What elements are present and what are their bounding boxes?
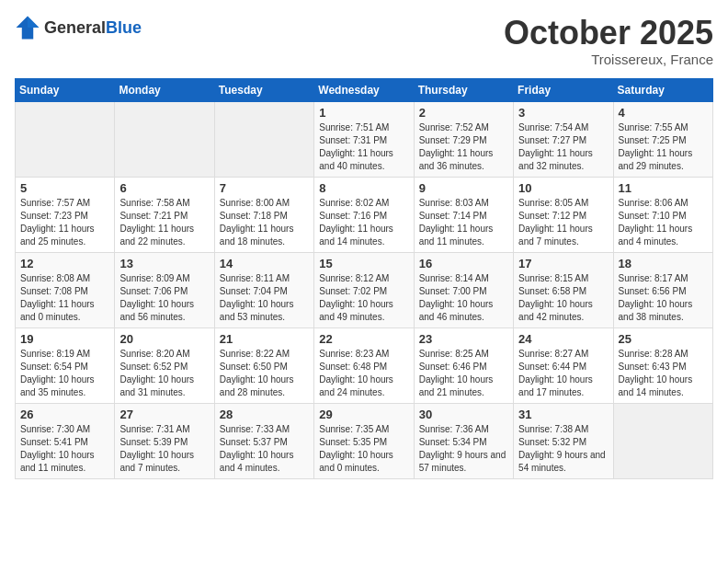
- day-number: 25: [619, 332, 708, 346]
- calendar-day-header: Wednesday: [314, 78, 414, 101]
- day-number: 5: [20, 181, 109, 195]
- day-info: Sunrise: 7:31 AM Sunset: 5:39 PM Dayligh…: [119, 423, 209, 475]
- month-title: October 2025: [504, 15, 713, 52]
- day-number: 3: [518, 106, 608, 120]
- calendar-cell: 4Sunrise: 7:55 AM Sunset: 7:25 PM Daylig…: [613, 101, 712, 177]
- day-number: 7: [220, 181, 309, 195]
- calendar-cell: 20Sunrise: 8:20 AM Sunset: 6:52 PM Dayli…: [115, 327, 214, 403]
- calendar-cell: 6Sunrise: 7:58 AM Sunset: 7:21 PM Daylig…: [115, 177, 214, 252]
- day-number: 4: [619, 106, 708, 120]
- calendar-cell: [115, 101, 214, 177]
- calendar-cell: 1Sunrise: 7:51 AM Sunset: 7:31 PM Daylig…: [314, 101, 414, 177]
- calendar-cell: 28Sunrise: 7:33 AM Sunset: 5:37 PM Dayli…: [214, 403, 313, 478]
- day-info: Sunrise: 8:06 AM Sunset: 7:10 PM Dayligh…: [619, 197, 708, 248]
- logo-general-text: General: [44, 18, 106, 37]
- day-number: 23: [419, 332, 508, 346]
- day-number: 10: [518, 181, 608, 195]
- calendar-cell: 17Sunrise: 8:15 AM Sunset: 6:58 PM Dayli…: [514, 252, 613, 327]
- logo: GeneralBlue: [15, 15, 142, 40]
- day-info: Sunrise: 7:30 AM Sunset: 5:41 PM Dayligh…: [20, 423, 109, 475]
- day-info: Sunrise: 8:02 AM Sunset: 7:16 PM Dayligh…: [319, 197, 408, 248]
- day-info: Sunrise: 8:00 AM Sunset: 7:18 PM Dayligh…: [220, 197, 309, 248]
- calendar-cell: 21Sunrise: 8:22 AM Sunset: 6:50 PM Dayli…: [214, 327, 313, 403]
- day-info: Sunrise: 8:11 AM Sunset: 7:04 PM Dayligh…: [220, 272, 309, 324]
- day-info: Sunrise: 7:58 AM Sunset: 7:21 PM Dayligh…: [119, 197, 209, 248]
- page-header: GeneralBlue October 2025 Troissereux, Fr…: [15, 15, 713, 67]
- calendar-week-row: 5Sunrise: 7:57 AM Sunset: 7:23 PM Daylig…: [16, 177, 713, 252]
- day-info: Sunrise: 7:33 AM Sunset: 5:37 PM Dayligh…: [220, 423, 309, 475]
- logo-icon: [15, 15, 40, 40]
- calendar-cell: 13Sunrise: 8:09 AM Sunset: 7:06 PM Dayli…: [115, 252, 214, 327]
- day-number: 17: [518, 257, 608, 270]
- day-number: 18: [619, 257, 708, 270]
- day-info: Sunrise: 8:19 AM Sunset: 6:54 PM Dayligh…: [20, 348, 109, 399]
- calendar-cell: 25Sunrise: 8:28 AM Sunset: 6:43 PM Dayli…: [613, 327, 712, 403]
- calendar-week-row: 1Sunrise: 7:51 AM Sunset: 7:31 PM Daylig…: [16, 101, 713, 177]
- day-info: Sunrise: 7:57 AM Sunset: 7:23 PM Dayligh…: [20, 197, 109, 248]
- calendar-cell: 29Sunrise: 7:35 AM Sunset: 5:35 PM Dayli…: [314, 403, 414, 478]
- day-number: 14: [220, 257, 309, 270]
- svg-marker-1: [28, 17, 39, 28]
- calendar-day-header: Monday: [115, 78, 214, 101]
- calendar-cell: 14Sunrise: 8:11 AM Sunset: 7:04 PM Dayli…: [214, 252, 313, 327]
- calendar-cell: 9Sunrise: 8:03 AM Sunset: 7:14 PM Daylig…: [414, 177, 513, 252]
- day-number: 27: [119, 408, 209, 421]
- calendar-cell: 16Sunrise: 8:14 AM Sunset: 7:00 PM Dayli…: [414, 252, 513, 327]
- calendar-week-row: 12Sunrise: 8:08 AM Sunset: 7:08 PM Dayli…: [16, 252, 713, 327]
- location-title: Troissereux, France: [504, 52, 713, 67]
- day-info: Sunrise: 8:20 AM Sunset: 6:52 PM Dayligh…: [119, 348, 209, 399]
- day-number: 8: [319, 181, 408, 195]
- calendar-cell: 2Sunrise: 7:52 AM Sunset: 7:29 PM Daylig…: [414, 101, 513, 177]
- day-info: Sunrise: 8:05 AM Sunset: 7:12 PM Dayligh…: [518, 197, 608, 248]
- day-number: 19: [20, 332, 109, 346]
- day-number: 29: [319, 408, 408, 421]
- calendar-week-row: 26Sunrise: 7:30 AM Sunset: 5:41 PM Dayli…: [16, 403, 713, 478]
- day-number: 6: [119, 181, 209, 195]
- calendar-header-row: SundayMondayTuesdayWednesdayThursdayFrid…: [16, 78, 713, 101]
- calendar-cell: 30Sunrise: 7:36 AM Sunset: 5:34 PM Dayli…: [414, 403, 513, 478]
- day-number: 20: [119, 332, 209, 346]
- calendar-cell: [16, 101, 115, 177]
- day-info: Sunrise: 8:17 AM Sunset: 6:56 PM Dayligh…: [619, 272, 708, 324]
- day-number: 26: [20, 408, 109, 421]
- calendar-table: SundayMondayTuesdayWednesdayThursdayFrid…: [15, 78, 713, 479]
- day-info: Sunrise: 7:54 AM Sunset: 7:27 PM Dayligh…: [518, 121, 608, 173]
- day-number: 30: [419, 408, 508, 421]
- calendar-cell: 3Sunrise: 7:54 AM Sunset: 7:27 PM Daylig…: [514, 101, 613, 177]
- day-info: Sunrise: 8:08 AM Sunset: 7:08 PM Dayligh…: [20, 272, 109, 324]
- day-info: Sunrise: 7:36 AM Sunset: 5:34 PM Dayligh…: [419, 423, 508, 475]
- calendar-week-row: 19Sunrise: 8:19 AM Sunset: 6:54 PM Dayli…: [16, 327, 713, 403]
- calendar-cell: 31Sunrise: 7:38 AM Sunset: 5:32 PM Dayli…: [514, 403, 613, 478]
- calendar-day-header: Saturday: [613, 78, 712, 101]
- day-info: Sunrise: 8:22 AM Sunset: 6:50 PM Dayligh…: [220, 348, 309, 399]
- calendar-day-header: Tuesday: [214, 78, 313, 101]
- day-info: Sunrise: 8:12 AM Sunset: 7:02 PM Dayligh…: [319, 272, 408, 324]
- day-number: 2: [419, 106, 508, 120]
- day-number: 12: [20, 257, 109, 270]
- day-number: 15: [319, 257, 408, 270]
- calendar-cell: 5Sunrise: 7:57 AM Sunset: 7:23 PM Daylig…: [16, 177, 115, 252]
- day-number: 9: [419, 181, 508, 195]
- calendar-day-header: Sunday: [16, 78, 115, 101]
- day-info: Sunrise: 8:15 AM Sunset: 6:58 PM Dayligh…: [518, 272, 608, 324]
- day-number: 1: [319, 106, 408, 120]
- calendar-cell: [613, 403, 712, 478]
- day-info: Sunrise: 8:25 AM Sunset: 6:46 PM Dayligh…: [419, 348, 508, 399]
- day-number: 28: [220, 408, 309, 421]
- day-info: Sunrise: 8:23 AM Sunset: 6:48 PM Dayligh…: [319, 348, 408, 399]
- day-info: Sunrise: 8:09 AM Sunset: 7:06 PM Dayligh…: [119, 272, 209, 324]
- day-number: 24: [518, 332, 608, 346]
- day-number: 21: [220, 332, 309, 346]
- calendar-day-header: Friday: [514, 78, 613, 101]
- day-number: 22: [319, 332, 408, 346]
- calendar-cell: 15Sunrise: 8:12 AM Sunset: 7:02 PM Dayli…: [314, 252, 414, 327]
- calendar-cell: [214, 101, 313, 177]
- day-number: 16: [419, 257, 508, 270]
- day-number: 13: [119, 257, 209, 270]
- day-info: Sunrise: 7:52 AM Sunset: 7:29 PM Dayligh…: [419, 121, 508, 173]
- day-info: Sunrise: 7:51 AM Sunset: 7:31 PM Dayligh…: [319, 121, 408, 173]
- calendar-cell: 8Sunrise: 8:02 AM Sunset: 7:16 PM Daylig…: [314, 177, 414, 252]
- day-info: Sunrise: 8:28 AM Sunset: 6:43 PM Dayligh…: [619, 348, 708, 399]
- calendar-cell: 12Sunrise: 8:08 AM Sunset: 7:08 PM Dayli…: [16, 252, 115, 327]
- calendar-cell: 26Sunrise: 7:30 AM Sunset: 5:41 PM Dayli…: [16, 403, 115, 478]
